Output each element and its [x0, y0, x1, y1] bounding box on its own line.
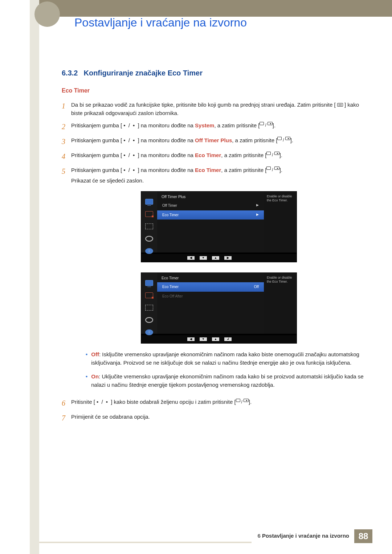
step-number: 5	[62, 166, 71, 177]
osd-row-off-timer: Off Timer▶	[157, 201, 264, 210]
step-3: 3 Pritiskanjem gumba [ • / • ] na monito…	[62, 136, 367, 147]
menu-icon	[337, 103, 343, 107]
step-1: 1 Da bi se prikazao vodič za funkcijske …	[62, 100, 367, 118]
nav-left-icon: ◀	[187, 337, 195, 341]
step-text: Da bi se prikazao vodič za funkcijske ti…	[71, 100, 367, 118]
step-text: Pritiskanjem gumba [ • / • ] na monitoru…	[71, 136, 367, 144]
source-enter-icon: /	[266, 167, 279, 173]
page-number: 88	[354, 529, 372, 543]
step-number: 7	[62, 413, 71, 424]
chevron-right-icon: ▶	[256, 212, 259, 218]
nav-enter-icon: ↲	[224, 337, 232, 341]
section-heading: 6.3.2 Konfiguriranje značajke Eco Timer	[62, 69, 367, 77]
step-7: 7 Primijenit će se odabrana opcija.	[62, 413, 367, 424]
screen-icon	[145, 199, 153, 205]
osd-row-eco-timer: Eco TimerOff	[157, 282, 264, 292]
footer-chapter-label: 6 Postavljanje i vraćanje na izvorno	[252, 529, 354, 543]
footer-rule	[39, 542, 252, 543]
nav-left-icon: ◀	[187, 256, 195, 260]
step-4: 4 Pritiskanjem gumba [ • / • ] na monito…	[62, 151, 367, 162]
osd-nav-buttons: ◀ ▼ ▲ ↲	[141, 335, 297, 343]
steps-list: 1 Da bi se prikazao vodič za funkcijske …	[62, 100, 367, 424]
step-5: 5 Pritiskanjem gumba [ • / • ] na monito…	[62, 166, 367, 394]
info-icon: i	[145, 248, 153, 254]
subheading: Eco Timer	[62, 87, 367, 94]
step-text: Pritisnite [ • / • ] kako biste odabrali…	[71, 398, 367, 406]
nav-down-icon: ▼	[200, 256, 207, 260]
step-number: 4	[62, 151, 71, 162]
osd-sidebar: i	[141, 192, 157, 253]
step-6: 6 Pritisnite [ • / • ] kako biste odabra…	[62, 398, 367, 409]
source-enter-icon: /	[277, 137, 290, 144]
nav-up-icon: ▲	[212, 337, 219, 341]
gear-icon	[145, 317, 153, 323]
picture-icon	[145, 292, 153, 298]
source-enter-icon: /	[260, 122, 272, 129]
osd-row-eco-off-after: Eco Off After	[157, 292, 264, 301]
step-number: 2	[62, 121, 71, 132]
osd-help-text: Enable or disable the Eco Timer.	[264, 192, 297, 253]
nav-down-icon: ▼	[200, 337, 207, 341]
info-icon: i	[145, 329, 153, 335]
osd-screen-1: i Off Timer Plus Off Timer▶ Eco Timer▶	[141, 191, 297, 262]
step-2: 2 Pritiskanjem gumba [ • / • ] na monito…	[62, 121, 367, 132]
step-number: 1	[62, 100, 71, 112]
step-text: Pritiskanjem gumba [ • / • ] na monitoru…	[71, 121, 367, 130]
osd-help-text: Enable or disable the Eco Timer.	[264, 273, 297, 334]
step-number: 3	[62, 136, 71, 147]
section-title: Konfiguriranje značajke Eco Timer	[83, 69, 203, 77]
osd-menu: Off Timer Plus Off Timer▶ Eco Timer▶	[157, 192, 264, 253]
osd-nav-buttons: ◀ ▼ ▲ ▶	[141, 254, 297, 262]
osd-menu: Eco Timer Eco TimerOff Eco Off After	[157, 273, 264, 334]
source-enter-icon: /	[236, 399, 249, 406]
nav-right-icon: ▶	[224, 256, 232, 260]
gear-icon	[145, 236, 153, 242]
bullet-off: Off: Isključite vremensko upravljanje ek…	[86, 350, 367, 367]
header-band	[39, 0, 392, 17]
chapter-badge	[34, 1, 60, 27]
move-icon	[145, 223, 153, 229]
chapter-title: Postavljanje i vraćanje na izvorno	[74, 16, 247, 29]
option-bullets: Off: Isključite vremensko upravljanje ek…	[86, 350, 367, 389]
picture-icon	[145, 211, 153, 217]
chevron-right-icon: ▶	[256, 203, 259, 209]
screen-icon	[145, 280, 153, 286]
step-text: Pritiskanjem gumba [ • / • ] na monitoru…	[71, 151, 367, 159]
osd-screen-2: i Eco Timer Eco TimerOff Eco Off After	[141, 272, 297, 344]
footer: 6 Postavljanje i vraćanje na izvorno 88	[252, 529, 372, 543]
nav-up-icon: ▲	[212, 256, 219, 260]
osd-row-eco-timer: Eco Timer▶	[157, 210, 264, 220]
move-icon	[145, 305, 153, 311]
content-body: 6.3.2 Konfiguriranje značajke Eco Timer …	[62, 69, 367, 427]
step-text: Primijenit će se odabrana opcija.	[71, 413, 367, 421]
step-text: Pritiskanjem gumba [ • / • ] na monitoru…	[71, 166, 367, 394]
osd-screenshots: i Off Timer Plus Off Timer▶ Eco Timer▶	[71, 191, 367, 344]
section-number: 6.3.2	[62, 69, 78, 77]
bullet-on: On: Uključite vremensko upravljanje ekon…	[86, 372, 367, 389]
step-number: 6	[62, 398, 71, 409]
osd-sidebar: i	[141, 273, 157, 334]
source-enter-icon: /	[266, 152, 279, 159]
side-margin	[30, 0, 39, 554]
